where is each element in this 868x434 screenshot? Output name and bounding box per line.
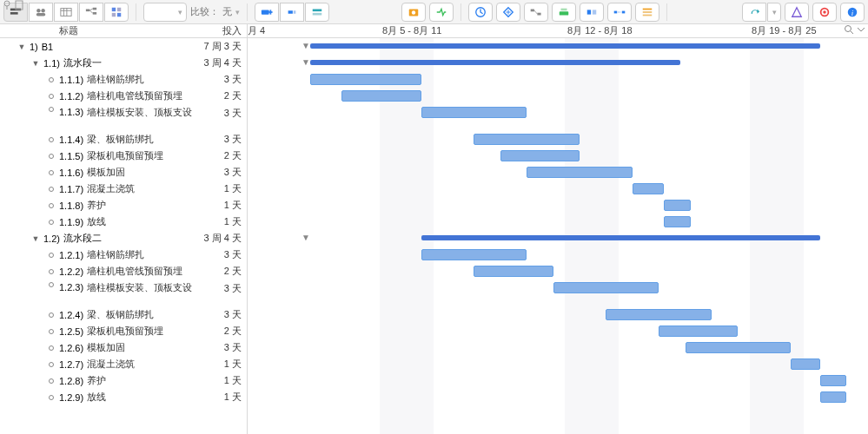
group-collapse-arrow[interactable]: ▼ bbox=[301, 41, 310, 50]
baselines-button[interactable] bbox=[552, 3, 576, 22]
sync-button[interactable] bbox=[742, 3, 766, 22]
task-bar[interactable] bbox=[664, 200, 690, 211]
outline-task-row[interactable]: 1.2.1)墙柱钢筋绑扎3 天 bbox=[0, 247, 247, 263]
outline-task-row[interactable]: 1.2.8)养护1 天 bbox=[0, 372, 247, 389]
add-milestone-button[interactable] bbox=[280, 3, 304, 22]
zoom-fit-icon[interactable] bbox=[844, 24, 854, 35]
svg-rect-17 bbox=[117, 12, 121, 16]
task-outline[interactable]: ▼1)B17 周 3 天▼1.1)流水段一3 周 4 天1.1.1)墙柱钢筋绑扎… bbox=[0, 38, 248, 434]
task-bar[interactable] bbox=[664, 216, 690, 227]
outline-task-row[interactable]: 1.1.7)混凝土浇筑1 天 bbox=[0, 181, 247, 197]
gantt-row bbox=[248, 148, 868, 164]
row-effort: 3 天 bbox=[195, 107, 247, 120]
timeline-header[interactable]: 月 4 8月 5 - 8月 11 8月 12 - 8月 18 8月 19 - 8… bbox=[248, 24, 868, 37]
gantt-row bbox=[248, 356, 868, 372]
svg-point-45 bbox=[4, 1, 10, 6]
svg-rect-16 bbox=[112, 12, 116, 16]
task-bullet bbox=[49, 282, 54, 287]
summary-bar[interactable] bbox=[310, 43, 820, 49]
outline-task-row[interactable]: 1.1.9)放线1 天 bbox=[0, 214, 247, 230]
add-task-button[interactable] bbox=[255, 3, 279, 22]
task-bar[interactable] bbox=[474, 134, 580, 145]
summary-bar[interactable] bbox=[421, 235, 820, 240]
task-bullet bbox=[49, 107, 54, 112]
zoom-menu-icon[interactable] bbox=[856, 24, 866, 35]
disclosure-triangle[interactable]: ▼ bbox=[31, 59, 40, 68]
filter-icon[interactable] bbox=[2, 0, 12, 10]
outline-task-row[interactable]: 1.1.8)养护1 天 bbox=[0, 197, 247, 214]
simulations-button[interactable] bbox=[580, 3, 604, 22]
sync-menu-button[interactable]: ▾ bbox=[767, 3, 781, 22]
outline-task-row[interactable]: 1.2.9)放线1 天 bbox=[0, 389, 247, 405]
summary-bar[interactable] bbox=[310, 60, 680, 65]
outline-task-row[interactable]: 1.2.5)梁板机电预留预埋2 天 bbox=[0, 323, 247, 339]
outline-button[interactable] bbox=[635, 3, 659, 22]
inspector-button[interactable]: i bbox=[840, 3, 865, 22]
row-effort: 2 天 bbox=[195, 325, 247, 338]
task-bar[interactable] bbox=[341, 90, 421, 102]
separator bbox=[247, 3, 248, 21]
row-effort: 2 天 bbox=[195, 89, 247, 102]
outline-task-row[interactable]: 1.1.3)墙柱模板安装、顶板支设3 天 bbox=[0, 104, 247, 131]
outline-task-row[interactable]: 1.2.6)模板加固3 天 bbox=[0, 339, 247, 356]
catch-up-button[interactable] bbox=[429, 3, 454, 22]
disclosure-triangle[interactable]: ▼ bbox=[31, 234, 40, 243]
outline-task-row[interactable]: 1.1.6)模板加固3 天 bbox=[0, 164, 247, 181]
row-title: 养护 bbox=[87, 374, 195, 387]
disclosure-triangle[interactable]: ▼ bbox=[17, 43, 26, 51]
flag-button[interactable] bbox=[812, 3, 837, 22]
task-bar[interactable] bbox=[820, 375, 846, 386]
task-bar[interactable] bbox=[500, 150, 580, 161]
view-calendar-button[interactable] bbox=[54, 3, 78, 22]
task-bar[interactable] bbox=[421, 249, 527, 260]
task-bar[interactable] bbox=[553, 282, 659, 293]
view-resources-button[interactable] bbox=[29, 3, 53, 22]
task-bar[interactable] bbox=[633, 183, 664, 194]
task-bar[interactable] bbox=[791, 358, 819, 370]
view-network-button[interactable] bbox=[79, 3, 103, 22]
comparison-selector[interactable]: 比较： 无 ▾ bbox=[190, 5, 240, 18]
outline-group-row[interactable]: ▼1)B17 周 3 天 bbox=[0, 38, 247, 55]
add-group-button[interactable] bbox=[305, 3, 329, 22]
reports-button[interactable] bbox=[785, 3, 809, 22]
snapshot-button[interactable] bbox=[401, 3, 426, 22]
column-header-effort[interactable]: 投入 bbox=[195, 24, 247, 37]
task-bar[interactable] bbox=[820, 391, 846, 403]
group-collapse-arrow[interactable]: ▼ bbox=[301, 57, 310, 67]
svg-rect-4 bbox=[36, 12, 46, 16]
split-button[interactable] bbox=[607, 3, 632, 22]
outline-task-row[interactable]: 1.1.1)墙柱钢筋绑扎3 天 bbox=[0, 71, 247, 88]
outline-task-row[interactable]: 1.1.2)墙柱机电管线预留预埋2 天 bbox=[0, 88, 247, 104]
reschedule-button[interactable] bbox=[468, 3, 493, 22]
outline-task-row[interactable]: 1.2.2)墙柱机电管线预留预埋2 天 bbox=[0, 263, 247, 279]
row-effort: 1 天 bbox=[195, 215, 247, 228]
column-header-title[interactable]: 标题 bbox=[0, 24, 195, 37]
outline-task-row[interactable]: 1.2.3)墙柱模板安装、顶板支设3 天 bbox=[0, 279, 247, 306]
separator bbox=[461, 3, 461, 21]
svg-line-13 bbox=[89, 10, 93, 13]
task-bar[interactable] bbox=[474, 266, 553, 277]
leveling-button[interactable] bbox=[496, 3, 520, 22]
svg-point-3 bbox=[41, 9, 44, 12]
task-bullet bbox=[49, 220, 54, 225]
task-bar[interactable] bbox=[606, 309, 712, 320]
row-title: 墙柱模板安装、顶板支设 bbox=[87, 282, 195, 293]
task-bar[interactable] bbox=[686, 342, 792, 353]
task-bar[interactable] bbox=[421, 107, 527, 118]
task-bar[interactable] bbox=[527, 167, 633, 178]
outline-task-row[interactable]: 1.2.4)梁、板钢筋绑扎3 天 bbox=[0, 306, 247, 323]
outline-task-row[interactable]: 1.2.7)混凝土浇筑1 天 bbox=[0, 356, 247, 372]
gantt-chart[interactable]: ▼▼▼ bbox=[248, 38, 868, 434]
notes-icon[interactable] bbox=[14, 0, 24, 10]
separator bbox=[666, 3, 667, 21]
outline-group-row[interactable]: ▼1.1)流水段一3 周 4 天 bbox=[0, 55, 247, 71]
outline-task-row[interactable]: 1.1.4)梁、板钢筋绑扎3 天 bbox=[0, 131, 247, 148]
dropdown-1[interactable]: ▾ bbox=[143, 3, 187, 22]
outline-group-row[interactable]: ▼1.2)流水段二3 周 4 天 bbox=[0, 230, 247, 247]
view-styles-button[interactable] bbox=[104, 3, 129, 22]
task-bar[interactable] bbox=[659, 326, 738, 337]
critical-path-button[interactable] bbox=[524, 3, 548, 22]
group-collapse-arrow[interactable]: ▼ bbox=[301, 233, 310, 242]
outline-task-row[interactable]: 1.1.5)梁板机电预留预埋2 天 bbox=[0, 148, 247, 164]
task-bar[interactable] bbox=[310, 74, 421, 85]
